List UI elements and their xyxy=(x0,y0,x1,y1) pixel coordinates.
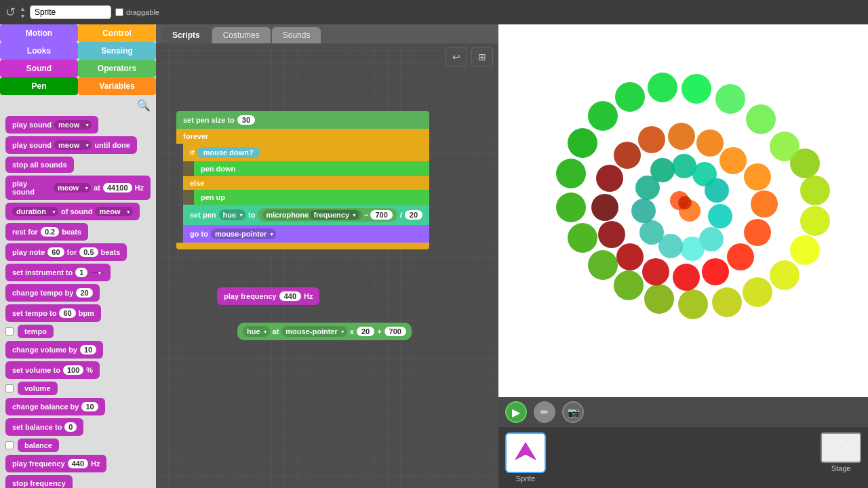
search-area: 🔍 xyxy=(5,99,151,112)
refresh-icon[interactable]: ↺ xyxy=(5,5,16,20)
balance-var-checkbox[interactable] xyxy=(5,441,14,449)
mouse-down-block[interactable]: mouse down? xyxy=(197,147,260,158)
go-to-block[interactable]: go to mouse-pointer ▼ xyxy=(183,225,429,243)
sidebar-item-sensing[interactable]: Sensing xyxy=(78,42,156,60)
block-change-tempo[interactable]: change tempo by 20 xyxy=(5,284,100,302)
block-volume-val[interactable]: 100 xyxy=(63,365,83,375)
block-volume-change-val[interactable]: 10 xyxy=(80,345,96,354)
draggable-checkbox[interactable] xyxy=(115,8,123,16)
camera-button[interactable]: 📷 xyxy=(562,401,584,423)
pen-down-block[interactable]: pen down xyxy=(194,161,429,176)
expr-x-val[interactable]: 20 xyxy=(357,327,374,336)
block-play-sound-dropdown3[interactable]: meow xyxy=(54,183,91,192)
block-balance-val[interactable]: 0 xyxy=(64,422,77,432)
svg-point-17 xyxy=(615,82,645,112)
block-set-volume[interactable]: set volume to 100 % xyxy=(5,361,100,379)
pen-up-block[interactable]: pen up xyxy=(194,190,429,205)
sidebar-item-pen[interactable]: Pen xyxy=(0,77,78,95)
block-play-sound[interactable]: play sound meow xyxy=(5,116,98,134)
block-tempo-var[interactable]: tempo xyxy=(18,325,54,338)
search-icon[interactable]: 🔍 xyxy=(137,99,151,112)
blocks-list: 🔍 play sound meow play sound meow until … xyxy=(0,95,156,488)
block-instrument-dropdown[interactable] xyxy=(90,272,104,273)
mouse-pointer-expr-dropdown[interactable]: mouse-pointer ▼ xyxy=(281,326,347,337)
sidebar-item-variables[interactable]: Variables xyxy=(78,77,156,95)
block-balance-var-row: balance xyxy=(5,439,151,452)
block-instrument-val[interactable]: 1 xyxy=(75,268,87,277)
sidebar-item-sound[interactable]: Sound xyxy=(0,60,78,77)
block-play-frequency[interactable]: play frequency 440 Hz xyxy=(5,455,106,472)
tab-costumes[interactable]: Costumes xyxy=(212,27,271,43)
undo-button[interactable]: ↩ xyxy=(446,47,467,66)
block-sound-dropdown[interactable]: meow xyxy=(95,207,132,216)
canvas-toolbar: ↩ ⊞ xyxy=(446,47,493,66)
block-play-sound-until-done[interactable]: play sound meow until done xyxy=(5,136,137,154)
block-stop-all-sounds[interactable]: stop all sounds xyxy=(5,157,74,173)
block-rest-val[interactable]: 0.2 xyxy=(41,227,59,237)
block-play-note[interactable]: play note 60 for 0.5 beats xyxy=(5,243,127,261)
pen-hue-dropdown[interactable]: hue ▼ xyxy=(219,209,246,220)
block-tempo-val[interactable]: 60 xyxy=(59,308,75,318)
svg-point-8 xyxy=(678,289,708,319)
arrow-down-icon[interactable]: ▼ xyxy=(20,13,26,20)
block-volume-var[interactable]: volume xyxy=(18,382,58,395)
block-set-balance[interactable]: set balance to 0 xyxy=(5,418,83,436)
frequency-dropdown[interactable]: frequency ▼ xyxy=(310,210,359,220)
microphone-dropdown[interactable]: microphone frequency ▼ xyxy=(262,209,362,220)
block-duration-dropdown[interactable]: duration xyxy=(12,207,58,216)
block-freq-val[interactable]: 440 xyxy=(68,459,88,468)
forever-header[interactable]: forever xyxy=(176,129,429,144)
center-panel: Scripts Costumes Sounds ↩ ⊞ + set pen si… xyxy=(156,24,498,488)
set-pen-hue-block[interactable]: set pen hue ▼ to microphone frequency xyxy=(183,205,429,225)
svg-point-23 xyxy=(744,163,771,190)
pen-size-val[interactable]: 30 xyxy=(237,115,255,125)
block-play-sound-dropdown[interactable]: meow xyxy=(54,120,92,129)
block-note-beats-val[interactable]: 0.5 xyxy=(79,247,98,257)
block-duration-of-sound[interactable]: duration of sound meow xyxy=(5,203,140,220)
block-set-tempo[interactable]: set tempo to 60 bpm xyxy=(5,304,101,322)
top-bar: ↺ ▲ ▼ draggable xyxy=(0,0,868,24)
run-button[interactable]: ▶ xyxy=(505,401,527,423)
block-play-sound-at[interactable]: play sound meow at 44100 Hz xyxy=(5,176,151,200)
pen-tool-button[interactable]: ✏ xyxy=(534,401,555,423)
if-header[interactable]: if mouse down? xyxy=(183,144,429,161)
else-header[interactable]: else xyxy=(183,176,429,190)
mouse-pointer-dropdown[interactable]: mouse-pointer ▼ xyxy=(211,228,276,239)
hue-expr-dropdown[interactable]: hue ▼ xyxy=(243,326,270,337)
block-set-instrument[interactable]: set instrument to 1 xyxy=(5,264,111,281)
val-20[interactable]: 20 xyxy=(405,210,422,220)
sprite-name-input[interactable] xyxy=(30,5,111,19)
sidebar-item-looks[interactable]: Looks xyxy=(0,42,78,60)
floating-freq-val[interactable]: 440 xyxy=(279,291,301,301)
block-balance-var[interactable]: balance xyxy=(18,439,59,452)
microphone-expr[interactable]: microphone frequency ▼ − 700 xyxy=(258,208,397,222)
category-nav: Motion Control Looks Sensing Sound Opera… xyxy=(0,24,156,95)
sidebar-item-operators[interactable]: Operators xyxy=(78,60,156,77)
block-hz-val[interactable]: 44100 xyxy=(103,183,132,192)
sidebar-item-motion[interactable]: Motion xyxy=(0,24,78,42)
block-balance-change-val[interactable]: 10 xyxy=(81,402,98,411)
tempo-var-checkbox[interactable] xyxy=(5,327,14,336)
tab-sounds[interactable]: Sounds xyxy=(272,27,321,43)
floating-play-frequency[interactable]: play frequency 440 Hz xyxy=(217,287,319,305)
block-stop-frequency[interactable]: stop frequency xyxy=(5,475,73,488)
block-play-sound-dropdown2[interactable]: meow xyxy=(54,140,92,150)
block-set-pen-size[interactable]: set pen size to 30 xyxy=(176,111,429,129)
arrow-up-icon[interactable]: ▲ xyxy=(20,5,26,12)
block-change-volume[interactable]: change volume by 10 xyxy=(5,341,103,359)
block-change-balance[interactable]: change balance by 10 xyxy=(5,398,105,415)
val-700[interactable]: 700 xyxy=(370,210,392,220)
volume-var-checkbox[interactable] xyxy=(5,384,14,392)
block-tempo-change-val[interactable]: 20 xyxy=(76,288,92,298)
svg-point-28 xyxy=(673,264,700,291)
block-rest-for[interactable]: rest for 0.2 beats xyxy=(5,223,88,241)
grid-button[interactable]: ⊞ xyxy=(471,47,493,66)
tab-scripts[interactable]: Scripts xyxy=(161,27,211,43)
svg-point-21 xyxy=(746,104,776,134)
sprite-thumb-sprite[interactable]: Sprite xyxy=(505,432,546,483)
sidebar-item-control[interactable]: Control xyxy=(78,24,156,42)
block-note-val[interactable]: 60 xyxy=(47,247,64,257)
floating-hue-expr[interactable]: hue ▼ at mouse-pointer ▼ x 20 + 700 xyxy=(237,323,412,340)
stage-thumb[interactable]: · Stage xyxy=(821,432,861,483)
expr-plus-val[interactable]: 700 xyxy=(384,327,406,336)
